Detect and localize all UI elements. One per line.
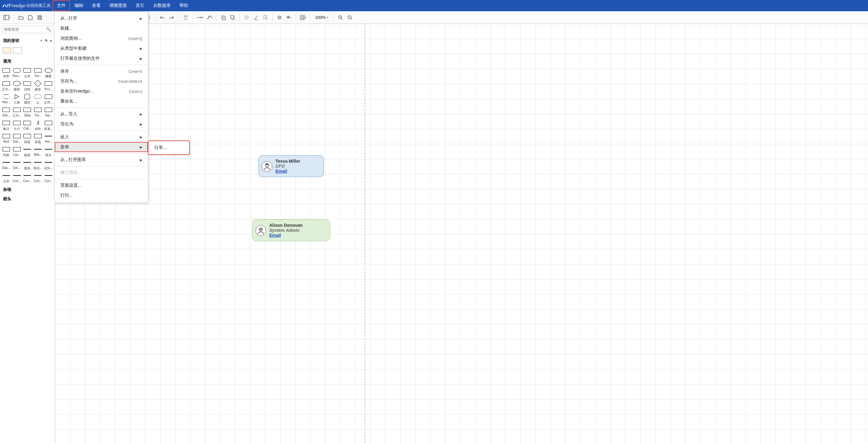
shape-item[interactable]: 备注 bbox=[1, 119, 11, 132]
category-misc[interactable]: 杂项 bbox=[0, 185, 55, 194]
shape-item[interactable]: 定向... bbox=[43, 158, 54, 171]
shape-item[interactable]: 过程 bbox=[23, 80, 33, 92]
share-item[interactable]: 分享... bbox=[149, 142, 189, 153]
open-button[interactable] bbox=[17, 13, 25, 22]
thumb-2[interactable] bbox=[13, 47, 22, 54]
shape-item[interactable]: 箭头 bbox=[43, 146, 54, 158]
shape-item[interactable]: And bbox=[1, 132, 11, 145]
shape-item[interactable]: 分享 bbox=[1, 172, 11, 184]
shape-item[interactable]: Rou... bbox=[12, 67, 22, 79]
menu-database[interactable]: 从数据库 bbox=[149, 0, 175, 11]
menu-arrange[interactable]: 调整图形 bbox=[105, 0, 131, 11]
search-input[interactable] bbox=[2, 26, 53, 33]
card-email-link[interactable]: Email bbox=[269, 233, 281, 238]
shape-item[interactable]: 三角 bbox=[12, 93, 22, 106]
shape-item[interactable]: 曲线 bbox=[23, 146, 33, 158]
insert-button[interactable]: +▾ bbox=[284, 13, 293, 22]
file-menu-item[interactable]: 浏览图例...Cmd+Q bbox=[55, 33, 148, 43]
shape-item[interactable]: Call... bbox=[23, 119, 33, 132]
new-button[interactable] bbox=[26, 13, 35, 22]
shape-item[interactable]: Con... bbox=[33, 172, 43, 184]
card-email-link[interactable]: Email bbox=[276, 169, 287, 174]
shape-item[interactable]: Hex... bbox=[1, 93, 11, 106]
linecolor-button[interactable] bbox=[252, 13, 260, 22]
zoomout-button[interactable] bbox=[345, 13, 354, 22]
shape-item[interactable]: Tex... bbox=[33, 67, 43, 79]
zoom-level[interactable]: 100%▾ bbox=[313, 15, 331, 20]
tofront-button[interactable] bbox=[219, 13, 228, 22]
shape-item[interactable]: 线条 bbox=[23, 158, 33, 171]
shape-item[interactable]: Bidi... bbox=[33, 146, 43, 158]
shape-item[interactable]: 矩形 bbox=[1, 67, 11, 79]
menu-help[interactable]: 帮助 bbox=[175, 0, 193, 11]
file-menu-item[interactable]: 打印... bbox=[55, 190, 148, 201]
shape-item[interactable]: 容器 bbox=[33, 132, 43, 145]
shape-item[interactable]: 椭圆 bbox=[43, 67, 54, 79]
waypoint-button[interactable]: ▾ bbox=[205, 13, 214, 22]
shape-item[interactable]: 列表 bbox=[1, 146, 11, 158]
thumb-1[interactable] bbox=[2, 47, 11, 54]
shape-item[interactable]: Step bbox=[23, 106, 33, 119]
shape-item[interactable]: List... bbox=[12, 146, 22, 158]
file-menu-item[interactable]: 嵌入▶ bbox=[55, 132, 148, 142]
shape-item[interactable]: Con... bbox=[12, 172, 22, 184]
shape-item[interactable]: 𐀪动作 bbox=[33, 119, 43, 132]
shape-item[interactable]: 菱形 bbox=[33, 80, 43, 92]
shape-item[interactable]: 卡片 bbox=[12, 119, 22, 132]
shape-item[interactable]: Das... bbox=[1, 158, 11, 171]
shape-item[interactable]: 云 bbox=[33, 93, 43, 106]
file-menu-item[interactable]: 导出为▶ bbox=[55, 119, 148, 129]
shape-item[interactable]: 圆筒 bbox=[23, 93, 33, 106]
shape-item[interactable]: Inte... bbox=[1, 106, 11, 119]
shape-item[interactable]: 圆形 bbox=[12, 80, 22, 92]
shape-item[interactable]: 文本 bbox=[23, 67, 33, 79]
menu-view[interactable]: 查看 bbox=[88, 0, 105, 11]
org-card-alison[interactable]: Alison Donovan System Admin Email bbox=[252, 219, 330, 241]
delete-button[interactable] bbox=[181, 13, 190, 22]
menu-edit[interactable]: 编辑 bbox=[70, 0, 88, 11]
file-menu-item[interactable]: 保存Cmd+S bbox=[55, 66, 148, 76]
shape-item[interactable]: Tra... bbox=[33, 106, 43, 119]
file-menu-item[interactable]: 发布至Freedgo...Cmd+1 bbox=[55, 86, 148, 96]
edge-style-button[interactable]: ▾ bbox=[195, 13, 204, 22]
shape-item[interactable]: Hor... bbox=[43, 132, 54, 145]
file-menu-item[interactable]: 从类型中新建▶ bbox=[55, 43, 148, 54]
category-arrows[interactable]: 箭头 bbox=[0, 194, 55, 204]
zoomin-button[interactable] bbox=[336, 13, 345, 22]
canvas[interactable]: Tessa Miller CFO Email Alison Donovan Sy… bbox=[55, 24, 868, 443]
file-menu-item[interactable]: 从...打开图库▶ bbox=[55, 155, 148, 165]
shape-item[interactable]: Tap... bbox=[43, 106, 54, 119]
shape-item[interactable]: Dat... bbox=[12, 132, 22, 145]
save-button[interactable] bbox=[35, 13, 44, 22]
shape-item[interactable]: 立方... bbox=[12, 106, 22, 119]
shape-item[interactable]: Con... bbox=[23, 172, 33, 184]
undo-button[interactable] bbox=[158, 13, 167, 22]
view-mode-button[interactable]: ▾ bbox=[2, 13, 11, 22]
fillcolor-button[interactable] bbox=[242, 13, 251, 22]
toback-button[interactable] bbox=[228, 13, 237, 22]
table-button[interactable]: ▾ bbox=[299, 13, 307, 22]
file-menu-item[interactable]: 从...导入▶ bbox=[55, 109, 148, 119]
file-menu-item[interactable]: 从...打开▶ bbox=[55, 13, 148, 24]
menu-file[interactable]: 文件 bbox=[53, 0, 70, 11]
edit-shape-icon[interactable]: ✎ bbox=[45, 38, 48, 43]
shape-item[interactable]: 或者... bbox=[43, 119, 54, 132]
shadow-button[interactable] bbox=[261, 13, 270, 22]
redo-button[interactable] bbox=[167, 13, 176, 22]
connection-button[interactable] bbox=[275, 13, 284, 22]
shape-item[interactable]: 文件... bbox=[43, 93, 54, 106]
shape-item[interactable]: 容器 bbox=[23, 132, 33, 145]
shape-item[interactable]: 双向... bbox=[33, 158, 43, 171]
expand-icon[interactable]: ▸ bbox=[50, 38, 52, 43]
file-menu-item[interactable]: 另存为...Cmd+Shift+S bbox=[55, 76, 148, 86]
file-menu-item[interactable]: 发布▶ bbox=[55, 142, 148, 152]
shape-item[interactable]: 平行... bbox=[43, 80, 54, 92]
file-menu-item[interactable]: 页面设置... bbox=[55, 180, 148, 190]
add-shape-icon[interactable]: + bbox=[40, 38, 42, 43]
shape-item[interactable]: 正方... bbox=[1, 80, 11, 92]
file-menu-item[interactable]: 重命名... bbox=[55, 96, 148, 107]
file-menu-item[interactable]: 新建... bbox=[55, 24, 148, 33]
menu-extras[interactable]: 其它 bbox=[131, 0, 149, 11]
file-menu-item[interactable]: 打开最近使用的文件▶ bbox=[55, 54, 148, 63]
category-general[interactable]: 通用 bbox=[0, 57, 55, 66]
